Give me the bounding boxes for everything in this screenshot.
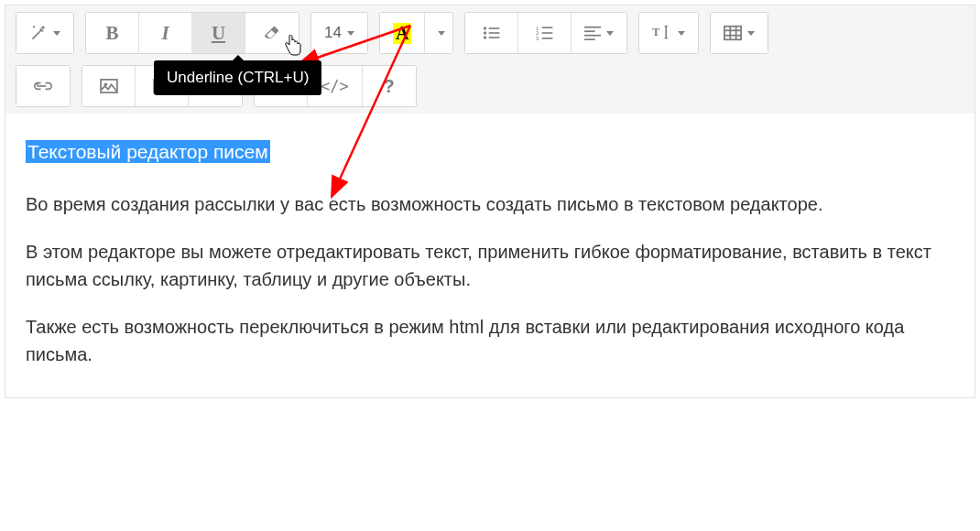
unordered-list-button[interactable]: [465, 13, 518, 53]
editor-toolbar: B I U 14 A: [5, 5, 975, 114]
selected-text[interactable]: Текстовый редактор писем: [26, 140, 270, 163]
svg-rect-23: [724, 27, 741, 40]
picture-button[interactable]: [82, 66, 136, 106]
list-ol-icon: 1 2 3: [536, 25, 554, 41]
svg-rect-20: [584, 35, 601, 37]
svg-point-10: [484, 36, 486, 38]
svg-text:T: T: [652, 26, 660, 38]
align-button[interactable]: [572, 13, 626, 53]
svg-rect-15: [542, 32, 553, 34]
italic-icon: I: [161, 22, 169, 45]
svg-rect-29: [101, 80, 117, 92]
caret-down-icon: [347, 31, 354, 36]
svg-rect-11: [489, 37, 500, 38]
svg-point-6: [484, 27, 486, 29]
text-color-button[interactable]: A: [380, 13, 425, 53]
color-group: A: [380, 13, 452, 53]
table-group: [711, 13, 768, 53]
line-height-icon: T: [652, 25, 672, 41]
caret-down-icon: [747, 31, 755, 36]
style-button[interactable]: [16, 13, 73, 53]
format-group: B I U: [86, 13, 299, 53]
link-icon: [34, 80, 52, 92]
picture-icon: [100, 79, 118, 93]
ordered-list-button[interactable]: 1 2 3: [518, 13, 572, 53]
paragraph-group: 1 2 3: [465, 13, 626, 53]
underline-icon: U: [212, 22, 225, 45]
svg-rect-7: [489, 27, 500, 29]
tooltip: Underline (CTRL+U): [154, 60, 321, 95]
bold-button[interactable]: B: [86, 13, 139, 53]
svg-rect-21: [584, 38, 595, 40]
paragraph[interactable]: Во время создания рассылки у вас есть во…: [26, 190, 954, 218]
caret-down-icon: [438, 31, 445, 36]
style-group: [16, 13, 73, 53]
svg-point-8: [484, 31, 486, 34]
font-size-button[interactable]: 14: [311, 13, 367, 53]
link-button[interactable]: [16, 66, 70, 106]
question-icon: ?: [384, 76, 395, 97]
magic-wand-icon: [29, 24, 48, 42]
svg-rect-13: [542, 27, 553, 28]
eraser-icon: [263, 24, 281, 42]
svg-line-0: [32, 30, 41, 39]
underline-button[interactable]: U: [192, 13, 245, 53]
paragraph[interactable]: В этом редакторе вы можете отредактирова…: [26, 238, 954, 293]
code-icon: </>: [321, 77, 349, 95]
list-ul-icon: [483, 25, 501, 41]
table-button[interactable]: [711, 13, 768, 53]
help-button[interactable]: ?: [363, 66, 416, 106]
caret-down-icon: [678, 31, 685, 36]
italic-button[interactable]: I: [139, 13, 192, 53]
eraser-button[interactable]: [245, 13, 299, 53]
svg-rect-18: [584, 27, 601, 28]
align-icon: [584, 26, 601, 40]
caret-down-icon: [606, 31, 614, 36]
caret-down-icon: [53, 31, 60, 36]
line-height-group: T: [639, 13, 698, 53]
bold-icon: B: [105, 22, 118, 45]
font-size-value: 14: [324, 24, 342, 42]
text-color-icon: A: [393, 23, 411, 44]
font-size-group: 14: [311, 13, 367, 53]
svg-rect-17: [542, 38, 553, 39]
paragraph[interactable]: Также есть возможность переключиться в р…: [26, 313, 954, 368]
editor-content[interactable]: Текстовый редактор писем Во время создан…: [5, 114, 975, 397]
svg-text:3: 3: [536, 36, 539, 41]
editor-container: B I U 14 A: [5, 5, 975, 398]
line-height-button[interactable]: T: [639, 13, 698, 53]
table-icon: [724, 25, 742, 41]
svg-rect-9: [489, 32, 500, 34]
text-color-dropdown[interactable]: [425, 13, 452, 53]
link-group: [16, 66, 70, 106]
svg-rect-19: [584, 30, 595, 32]
